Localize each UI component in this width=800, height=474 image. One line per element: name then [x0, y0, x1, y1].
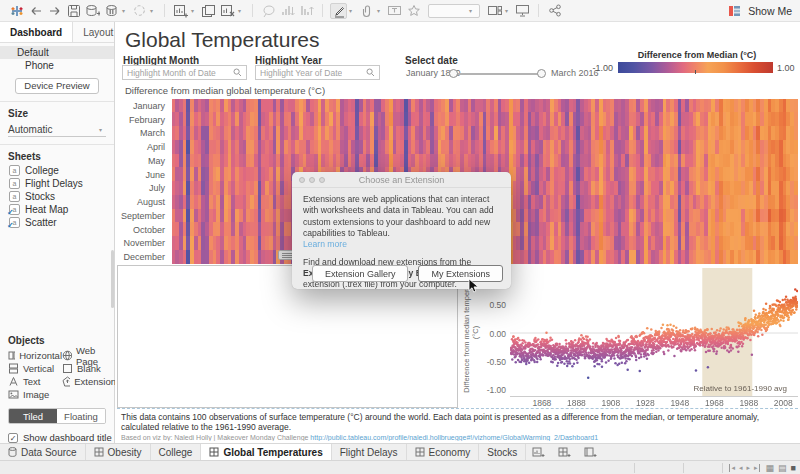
- new-worksheet-caret[interactable]: ▾: [191, 7, 198, 14]
- show-sheet-view-icon[interactable]: ■: [791, 463, 796, 473]
- date-slider-handle-start[interactable]: [449, 69, 458, 78]
- share-icon[interactable]: [546, 3, 563, 19]
- tab-global-temperatures[interactable]: Global Temperatures: [201, 444, 331, 460]
- in-use-check-icon: ✓: [7, 221, 14, 230]
- save-icon[interactable]: [65, 3, 82, 19]
- show-cards-caret[interactable]: ▾: [505, 7, 512, 14]
- database-icon: [8, 447, 17, 457]
- sheet-tab-bar: Data Source Obesity College Global Tempe…: [0, 443, 800, 460]
- show-me-button[interactable]: Show Me: [726, 3, 792, 19]
- device-item-default[interactable]: Default: [0, 46, 114, 59]
- run-updates-icon[interactable]: [131, 3, 148, 19]
- sheet-item-flight-delays[interactable]: aFlight Delays: [0, 177, 114, 190]
- heatmap-month-label: August: [115, 195, 171, 209]
- web-page-icon: [62, 350, 72, 361]
- fix-axes-icon[interactable]: [405, 3, 422, 19]
- new-dashboard-tab-button[interactable]: [552, 444, 578, 460]
- sheet-item-heat-map[interactable]: a✓Heat Map: [0, 203, 114, 216]
- tab-label: Stocks: [487, 447, 517, 458]
- size-select[interactable]: Automatic ▾: [8, 123, 106, 137]
- dialog-titlebar[interactable]: Choose an Extension: [292, 172, 511, 188]
- tab-college[interactable]: College: [151, 444, 202, 460]
- device-preview-button[interactable]: Device Preview: [15, 78, 99, 94]
- tab-label: College: [159, 447, 193, 458]
- object-extension[interactable]: Extension: [62, 376, 116, 387]
- object-web-page[interactable]: Web Page: [62, 350, 116, 361]
- search-icon: [233, 68, 242, 77]
- highlight-caret[interactable]: ▾: [349, 7, 356, 14]
- new-worksheet-tab-button[interactable]: [526, 444, 552, 460]
- next-sheet-icon[interactable]: ▸: [747, 464, 751, 472]
- sheets-heading: Sheets: [0, 145, 114, 164]
- extension-gallery-button[interactable]: Extension Gallery: [312, 265, 409, 282]
- learn-more-link[interactable]: Learn more: [303, 239, 347, 249]
- highlight-year-placeholder: Highlight Year of Date: [260, 68, 342, 78]
- highlight-year-input[interactable]: Highlight Year of Date: [255, 65, 380, 80]
- run-updates-caret[interactable]: ▾: [150, 7, 157, 14]
- clear-sheet-caret[interactable]: ▾: [238, 7, 245, 14]
- sheet-item-scatter[interactable]: a✓Scatter: [0, 216, 114, 229]
- tab-obesity[interactable]: Obesity: [86, 444, 151, 460]
- heatmap-month-label: March: [115, 127, 171, 141]
- select-date-label: Select date: [405, 55, 458, 66]
- caption-line2: Based on viz by: Naledi Holly | Makeover…: [121, 434, 794, 441]
- object-image[interactable]: Image: [8, 389, 62, 400]
- format-paperclip-icon[interactable]: [358, 3, 375, 19]
- show-tabs-view-icon[interactable]: ▦: [766, 463, 775, 473]
- tiled-button[interactable]: Tiled: [9, 409, 57, 423]
- scatter-chart[interactable]: [510, 268, 798, 397]
- device-item-phone[interactable]: Phone: [0, 59, 114, 73]
- show-title-checkbox[interactable]: ✓: [8, 433, 18, 443]
- my-extensions-button[interactable]: My Extensions: [418, 265, 503, 282]
- dashboard-pane: Dashboard Layout Default Phone Device Pr…: [0, 22, 115, 443]
- scatter-y-tick-label: 0.50: [478, 300, 506, 310]
- tab-economy[interactable]: Economy: [407, 444, 480, 460]
- first-sheet-icon[interactable]: ◂: [729, 464, 735, 472]
- new-datasource-icon[interactable]: [84, 3, 101, 19]
- format-caret[interactable]: ▾: [377, 7, 384, 14]
- highlight-icon[interactable]: [330, 3, 347, 19]
- previous-sheet-icon[interactable]: ◂: [739, 464, 743, 472]
- object-horizontal[interactable]: Horizontal: [8, 350, 62, 361]
- new-worksheet-icon[interactable]: [172, 3, 189, 19]
- highlight-month-input[interactable]: Highlight Month of Date: [122, 65, 247, 80]
- group-members-icon[interactable]: [260, 3, 277, 19]
- floating-button[interactable]: Floating: [57, 409, 105, 423]
- tab-data-source[interactable]: Data Source: [0, 444, 86, 460]
- object-label: Extension: [74, 376, 116, 387]
- redo-icon[interactable]: [46, 3, 63, 19]
- device-phone-label: Phone: [25, 60, 54, 71]
- tableau-logo-icon: [8, 3, 25, 19]
- pause-updates-caret[interactable]: ▾: [122, 7, 129, 14]
- sheet-item-stocks[interactable]: aStocks: [0, 190, 114, 203]
- tab-stocks[interactable]: Stocks: [479, 444, 526, 460]
- sort-descending-icon[interactable]: [298, 3, 315, 19]
- date-slider-handle-end[interactable]: [537, 69, 546, 78]
- object-blank[interactable]: Blank: [62, 363, 116, 374]
- fit-selector-caret[interactable]: ▾: [469, 7, 476, 14]
- show-labels-icon[interactable]: [386, 3, 403, 19]
- object-text[interactable]: Text: [8, 376, 62, 387]
- clear-sheet-icon[interactable]: [219, 3, 236, 19]
- pause-updates-icon[interactable]: [103, 3, 120, 19]
- new-story-tab-button[interactable]: [578, 444, 604, 460]
- legend-max-label: 1.00: [777, 63, 795, 73]
- scatter-y-tick-label: -1.00: [478, 385, 506, 395]
- pane-scrollbar[interactable]: [111, 250, 114, 308]
- sheet-item-college[interactable]: aCollege: [0, 164, 114, 177]
- show-filmstrip-view-icon[interactable]: ▤: [778, 463, 787, 473]
- show-cards-icon[interactable]: [486, 3, 503, 19]
- presentation-mode-icon[interactable]: [514, 3, 531, 19]
- undo-icon[interactable]: [27, 3, 44, 19]
- duplicate-sheet-icon[interactable]: [200, 3, 217, 19]
- tab-dashboard[interactable]: Dashboard: [0, 22, 73, 42]
- sort-ascending-icon[interactable]: [279, 3, 296, 19]
- date-slider-track[interactable]: [455, 73, 541, 75]
- toolbar: ▾ ▾ ▾ ▾ ▾ ▾ ▾ ▾ Show Me: [0, 0, 800, 22]
- fit-selector[interactable]: ▾: [428, 4, 480, 18]
- tab-flight-delays[interactable]: Flight Delays: [332, 444, 407, 460]
- caption-credit-link[interactable]: http://public.tableau.com/profile/naledi…: [310, 434, 598, 441]
- toolbar-separator: [322, 4, 323, 17]
- object-vertical[interactable]: Vertical: [8, 363, 62, 374]
- last-sheet-icon[interactable]: ▸: [754, 464, 760, 472]
